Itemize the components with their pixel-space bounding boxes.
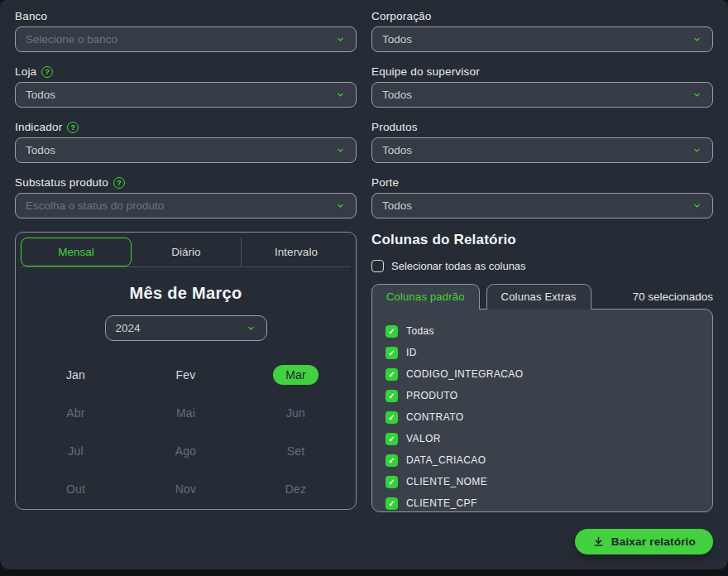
column-item-contrato[interactable]: ✓ CONTRATO bbox=[386, 406, 699, 428]
left-column: Banco Selecione o banco Loja ? Todos bbox=[15, 10, 357, 554]
chevron-down-icon bbox=[692, 91, 702, 98]
banco-label-text: Banco bbox=[15, 10, 47, 22]
banco-select-value: Selecione o banco bbox=[26, 33, 117, 46]
column-item-codigo-integracao[interactable]: ✓ CODIGO_INTEGRACAO bbox=[386, 363, 699, 385]
month-mai: Mai bbox=[131, 394, 241, 432]
field-substatus: Substatus produto ? Escolha o status do … bbox=[15, 176, 357, 218]
chevron-down-icon bbox=[692, 146, 702, 154]
corporacao-select[interactable]: Todos bbox=[371, 26, 713, 52]
checkbox-checked-icon[interactable]: ✓ bbox=[386, 476, 398, 488]
produtos-select-value: Todos bbox=[382, 144, 412, 156]
tab-colunas-padrao[interactable]: Colunas padrão bbox=[371, 284, 480, 310]
checkbox-checked-icon[interactable]: ✓ bbox=[386, 411, 398, 424]
porte-select[interactable]: Todos bbox=[371, 193, 713, 218]
substatus-select[interactable]: Escolha o status do produto bbox=[15, 193, 357, 218]
month-set: Set bbox=[241, 432, 351, 470]
column-item-data-criacao[interactable]: ✓ DATA_CRIACAO bbox=[386, 449, 699, 471]
period-picker: Mensal Diário Intervalo Mês de Março 202… bbox=[15, 232, 357, 510]
corporacao-label: Corporação bbox=[371, 10, 713, 22]
equipe-select-value: Todos bbox=[382, 89, 412, 101]
help-icon[interactable]: ? bbox=[41, 66, 53, 78]
month-jan[interactable]: Jan bbox=[21, 356, 131, 394]
select-all-label: Selecionar todas as colunas bbox=[391, 260, 526, 272]
chevron-down-icon bbox=[335, 202, 346, 209]
checkbox-checked-icon[interactable]: ✓ bbox=[386, 497, 398, 510]
column-item-cliente-nome[interactable]: ✓ CLIENTE_NOME bbox=[386, 471, 699, 492]
download-icon bbox=[592, 535, 605, 548]
produtos-label-text: Produtos bbox=[371, 121, 418, 133]
month-jun: Jun bbox=[241, 394, 351, 432]
tab-diario[interactable]: Diário bbox=[132, 238, 241, 266]
banco-select[interactable]: Selecione o banco bbox=[15, 26, 357, 52]
substatus-select-value: Escolha o status do produto bbox=[26, 199, 164, 212]
column-item-valor[interactable]: ✓ VALOR bbox=[386, 428, 699, 449]
indicador-select[interactable]: Todos bbox=[15, 137, 357, 163]
checkbox-checked-icon[interactable]: ✓ bbox=[386, 368, 398, 381]
banco-label: Banco bbox=[15, 10, 357, 22]
columns-section-title: Colunas do Relatório bbox=[371, 232, 713, 248]
field-porte: Porte Todos bbox=[371, 176, 713, 218]
field-banco: Banco Selecione o banco bbox=[15, 10, 357, 52]
download-button-label: Baixar relatório bbox=[611, 535, 696, 548]
equipe-label: Equipe do supervisor bbox=[371, 65, 713, 78]
checkbox-checked-icon[interactable]: ✓ bbox=[386, 433, 398, 445]
help-icon[interactable]: ? bbox=[113, 177, 125, 189]
tab-intervalo[interactable]: Intervalo bbox=[241, 238, 351, 266]
field-indicador: Indicador ? Todos bbox=[15, 121, 357, 163]
checkbox-checked-icon[interactable]: ✓ bbox=[386, 347, 398, 359]
column-item-id[interactable]: ✓ ID bbox=[386, 342, 699, 363]
field-equipe: Equipe do supervisor Todos bbox=[371, 65, 713, 108]
months-grid: Jan Fev Mar Abr Mai Jun Jul Ago Set Out … bbox=[21, 356, 351, 508]
right-column: Corporação Todos Equipe do supervisor To… bbox=[371, 10, 713, 554]
substatus-label-text: Substatus produto bbox=[15, 176, 108, 189]
month-fev[interactable]: Fev bbox=[131, 356, 241, 394]
column-item-todas[interactable]: ✓ Todas bbox=[386, 320, 699, 342]
column-item-produto[interactable]: ✓ PRODUTO bbox=[386, 385, 699, 406]
chevron-down-icon bbox=[335, 36, 346, 43]
produtos-label: Produtos bbox=[371, 121, 713, 133]
period-tabs: Mensal Diário Intervalo bbox=[21, 238, 351, 267]
download-report-button[interactable]: Baixar relatório bbox=[575, 529, 713, 554]
indicador-label-text: Indicador bbox=[15, 121, 62, 133]
loja-select[interactable]: Todos bbox=[15, 82, 357, 108]
year-select[interactable]: 2024 bbox=[105, 315, 267, 341]
chevron-down-icon bbox=[335, 91, 346, 98]
month-ago: Ago bbox=[131, 432, 241, 470]
indicador-label: Indicador ? bbox=[15, 121, 357, 133]
chevron-down-icon bbox=[246, 324, 256, 332]
report-columns-section: Colunas do Relatório Selecionar todas as… bbox=[371, 232, 713, 554]
checkbox-checked-icon[interactable]: ✓ bbox=[386, 454, 398, 467]
produtos-select[interactable]: Todos bbox=[371, 137, 713, 163]
month-nov: Nov bbox=[131, 470, 241, 508]
loja-select-value: Todos bbox=[26, 89, 55, 101]
porte-select-value: Todos bbox=[382, 199, 412, 212]
month-out: Out bbox=[21, 470, 131, 508]
selected-month-pill: Mar bbox=[273, 365, 318, 385]
month-mar[interactable]: Mar bbox=[241, 356, 351, 394]
porte-label-text: Porte bbox=[371, 176, 399, 189]
select-all-columns[interactable]: Selecionar todas as colunas bbox=[371, 260, 713, 272]
field-loja: Loja ? Todos bbox=[15, 65, 357, 108]
month-jul: Jul bbox=[21, 432, 131, 470]
porte-label: Porte bbox=[371, 176, 713, 189]
selected-count: 70 selecionados bbox=[632, 290, 713, 310]
tab-mensal[interactable]: Mensal bbox=[21, 238, 132, 266]
equipe-select[interactable]: Todos bbox=[371, 82, 713, 108]
substatus-label: Substatus produto ? bbox=[15, 176, 357, 189]
columns-list-panel: ✓ Todas ✓ ID ✓ CODIGO_INTEGRACAO ✓ PRODU… bbox=[371, 309, 713, 512]
month-abr: Abr bbox=[21, 394, 131, 432]
year-select-value: 2024 bbox=[116, 322, 141, 334]
period-title: Mês de Março bbox=[21, 284, 351, 303]
checkbox-unchecked-icon[interactable] bbox=[371, 260, 384, 272]
columns-tabs: Colunas padrão Colunas Extras 70 selecio… bbox=[371, 284, 713, 310]
column-item-cliente-cpf[interactable]: ✓ CLIENTE_CPF bbox=[386, 492, 699, 514]
field-corporacao: Corporação Todos bbox=[371, 10, 713, 52]
equipe-label-text: Equipe do supervisor bbox=[371, 65, 480, 78]
field-produtos: Produtos Todos bbox=[371, 121, 713, 163]
tab-colunas-extras[interactable]: Colunas Extras bbox=[486, 284, 592, 310]
checkbox-checked-icon[interactable]: ✓ bbox=[386, 325, 398, 338]
checkbox-checked-icon[interactable]: ✓ bbox=[386, 390, 398, 402]
help-icon[interactable]: ? bbox=[67, 122, 79, 133]
loja-label: Loja ? bbox=[15, 65, 357, 78]
chevron-down-icon bbox=[335, 146, 346, 154]
